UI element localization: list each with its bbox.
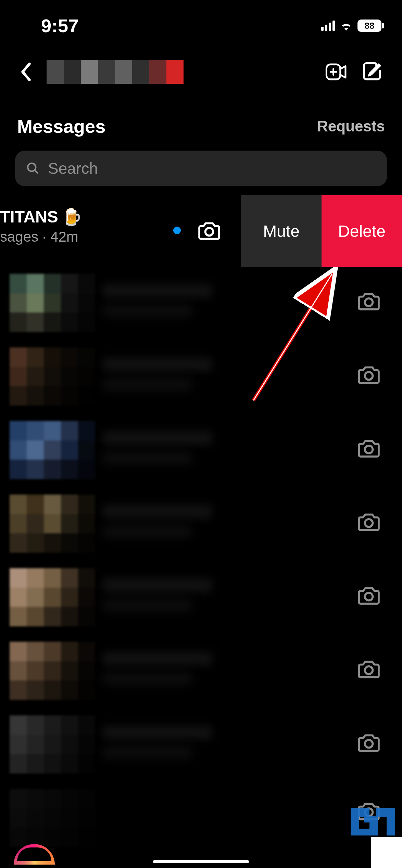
back-button[interactable]	[16, 62, 36, 82]
avatar-redacted	[10, 347, 95, 406]
search-icon	[25, 161, 40, 176]
chat-row-swiped[interactable]: TITANS🍺 sages · 42m Mute Delete	[0, 195, 402, 267]
avatar-redacted	[10, 495, 95, 553]
unread-dot-icon	[173, 227, 181, 234]
status-right: 88	[321, 20, 381, 32]
chat-row[interactable]	[0, 782, 402, 847]
camera-icon[interactable]	[357, 512, 381, 536]
chat-row[interactable]	[0, 267, 402, 341]
watermark-corner	[371, 837, 402, 868]
camera-icon[interactable]	[357, 732, 381, 756]
avatar-redacted	[10, 642, 95, 700]
camera-icon[interactable]	[357, 585, 381, 609]
svg-point-12	[365, 740, 373, 748]
search-bar[interactable]	[15, 151, 387, 186]
svg-line-4	[35, 170, 37, 173]
svg-point-7	[365, 372, 373, 380]
avatar-redacted	[10, 789, 95, 847]
svg-point-11	[365, 666, 373, 674]
chat-subtitle: sages · 42m	[0, 229, 82, 245]
camera-icon[interactable]	[357, 365, 381, 388]
swipe-actions: Mute Delete	[241, 195, 402, 267]
camera-icon[interactable]	[357, 438, 381, 462]
beer-emoji-icon: 🍺	[62, 207, 82, 227]
svg-point-10	[365, 593, 373, 601]
requests-tab[interactable]: Requests	[317, 118, 385, 135]
messages-tab[interactable]: Messages	[17, 116, 105, 137]
chat-row[interactable]	[0, 414, 402, 488]
avatar-redacted	[10, 568, 95, 626]
chat-row[interactable]	[0, 709, 402, 782]
chat-list[interactable]: TITANS🍺 sages · 42m Mute Delete	[0, 195, 402, 868]
delete-button[interactable]: Delete	[322, 195, 402, 267]
avatar-redacted	[10, 274, 95, 332]
avatar-redacted	[10, 421, 95, 479]
home-indicator[interactable]	[153, 860, 249, 863]
svg-point-5	[205, 228, 213, 236]
watermark-logo	[347, 803, 399, 837]
camera-icon[interactable]	[197, 218, 221, 242]
battery-level: 88	[357, 20, 381, 32]
svg-point-8	[365, 446, 373, 454]
avatar-redacted	[10, 715, 95, 774]
cellular-signal-icon	[321, 21, 335, 31]
chat-row[interactable]	[0, 635, 402, 709]
new-video-call-button[interactable]	[323, 58, 350, 86]
nav-bar	[0, 51, 402, 92]
compose-button[interactable]	[359, 58, 386, 86]
section-header: Messages Requests	[0, 111, 402, 142]
chat-row[interactable]	[0, 561, 402, 635]
chat-row[interactable]	[0, 488, 402, 561]
camera-icon[interactable]	[357, 291, 381, 315]
wifi-icon	[340, 21, 352, 31]
chat-row[interactable]	[0, 341, 402, 414]
search-input[interactable]	[48, 159, 377, 178]
camera-icon[interactable]	[357, 659, 381, 683]
chat-title: TITANS🍺	[0, 207, 82, 227]
username-redacted[interactable]	[47, 60, 184, 84]
status-time: 9:57	[41, 15, 79, 36]
svg-point-9	[365, 519, 373, 527]
svg-point-6	[365, 298, 373, 306]
mute-button[interactable]: Mute	[241, 195, 322, 267]
status-bar: 9:57 88	[0, 0, 402, 34]
